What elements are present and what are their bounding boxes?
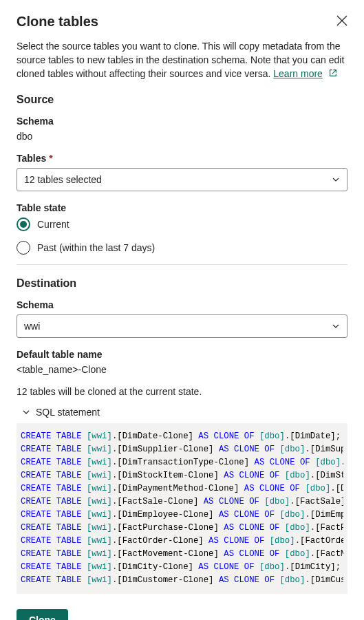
close-button[interactable] — [336, 15, 347, 28]
default-table-name-label: Default table name — [17, 349, 347, 360]
sql-line: CREATE TABLE [wwi].[DimCustomer-Clone] A… — [21, 574, 343, 587]
destination-schema-label: Schema — [17, 299, 347, 310]
clone-button[interactable]: Clone — [17, 609, 68, 620]
sql-statement-toggle[interactable]: SQL statement — [17, 407, 347, 418]
sql-line: CREATE TABLE [wwi].[DimDate-Clone] AS CL… — [21, 430, 343, 443]
radio-current-indicator — [17, 217, 30, 231]
destination-schema-dropdown[interactable]: wwi — [17, 314, 347, 338]
source-schema-label: Schema — [17, 116, 347, 127]
sql-line: CREATE TABLE [wwi].[FactMovement-Clone] … — [21, 548, 343, 561]
radio-past-indicator — [17, 241, 30, 255]
external-link-icon — [328, 67, 338, 81]
status-text: 12 tables will be cloned at the current … — [17, 386, 347, 397]
tables-dropdown-value: 12 tables selected — [24, 174, 102, 185]
table-state-label: Table state — [17, 202, 347, 213]
sql-line: CREATE TABLE [wwi].[DimTransactionType-C… — [21, 456, 343, 469]
radio-current-label: Current — [37, 219, 69, 230]
sql-line: CREATE TABLE [wwi].[DimEmployee-Clone] A… — [21, 509, 343, 522]
radio-past[interactable]: Past (within the last 7 days) — [17, 241, 347, 255]
sql-line: CREATE TABLE [wwi].[DimStockItem-Clone] … — [21, 469, 343, 482]
description-text: Select the source tables you want to clo… — [17, 39, 347, 81]
sql-line: CREATE TABLE [wwi].[DimCity-Clone] AS CL… — [21, 561, 343, 574]
tables-label: Tables * — [17, 153, 347, 164]
sql-statement-heading: SQL statement — [36, 407, 100, 418]
sql-code-block: CREATE TABLE [wwi].[DimDate-Clone] AS CL… — [17, 423, 347, 594]
default-table-name-value: <table_name>-Clone — [17, 364, 347, 375]
chevron-down-icon — [332, 322, 340, 330]
sql-line: CREATE TABLE [wwi].[DimSupplier-Clone] A… — [21, 443, 343, 456]
close-icon — [336, 15, 347, 26]
chevron-down-icon — [332, 175, 340, 184]
sql-line: CREATE TABLE [wwi].[DimPaymentMethod-Clo… — [21, 482, 343, 495]
destination-schema-value: wwi — [24, 321, 40, 332]
sql-line: CREATE TABLE [wwi].[FactPurchase-Clone] … — [21, 522, 343, 535]
destination-heading: Destination — [17, 277, 347, 290]
tables-dropdown[interactable]: 12 tables selected — [17, 168, 347, 191]
chevron-down-icon — [22, 408, 30, 416]
required-indicator: * — [49, 153, 52, 164]
page-title: Clone tables — [17, 14, 98, 30]
sql-line: CREATE TABLE [wwi].[FactOrder-Clone] AS … — [21, 535, 343, 548]
radio-past-label: Past (within the last 7 days) — [37, 242, 155, 253]
radio-current[interactable]: Current — [17, 217, 347, 231]
divider — [17, 264, 347, 265]
learn-more-link[interactable]: Learn more — [273, 68, 323, 79]
source-heading: Source — [17, 94, 347, 106]
tables-label-text: Tables — [17, 153, 46, 164]
source-schema-value: dbo — [17, 131, 347, 142]
sql-line: CREATE TABLE [wwi].[FactSale-Clone] AS C… — [21, 495, 343, 509]
